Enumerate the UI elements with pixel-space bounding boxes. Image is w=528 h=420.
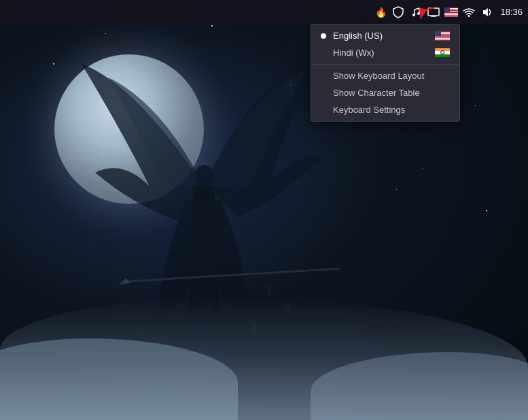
taskbar: 🔥 — [0, 0, 528, 24]
svg-point-7 — [468, 15, 470, 17]
wifi-icon[interactable] — [462, 5, 476, 19]
time-display: 18:36 — [497, 7, 523, 17]
menu-item-show-keyboard-layout[interactable]: Show Keyboard Layout — [311, 67, 459, 84]
menu-item-english-us[interactable]: English (US) — [311, 27, 459, 44]
menu-item-hindi-wx[interactable]: Hindi (Wx) — [311, 44, 459, 61]
menu-item-keyboard-settings[interactable]: Keyboard Settings — [311, 101, 459, 118]
english-us-label: English (US) — [333, 31, 383, 41]
spacer-2 — [321, 90, 326, 96]
radio-empty-dot — [321, 50, 326, 56]
spacer-1 — [321, 73, 326, 79]
flag-us-menu — [435, 31, 450, 41]
menu-item-show-character-table[interactable]: Show Character Table — [311, 84, 459, 101]
svg-point-0 — [194, 165, 213, 187]
spacer-3 — [321, 107, 326, 113]
audio-icon[interactable] — [480, 5, 493, 19]
flag-in-menu — [435, 48, 450, 58]
shield-icon[interactable] — [391, 5, 405, 19]
menu-separator — [311, 64, 459, 65]
radio-selected-dot — [321, 33, 326, 39]
keyboard-menu: English (US) Hindi (Wx) Show Keyboard La… — [311, 24, 460, 122]
flag-us-tray-icon[interactable] — [444, 5, 458, 19]
show-keyboard-layout-label: Show Keyboard Layout — [333, 71, 424, 81]
hindi-wx-label: Hindi (Wx) — [333, 48, 374, 58]
keyboard-settings-label: Keyboard Settings — [333, 105, 405, 115]
desktop: 🔥 — [0, 0, 528, 420]
show-character-table-label: Show Character Table — [333, 88, 420, 98]
fire-icon[interactable]: 🔥 — [374, 5, 387, 19]
